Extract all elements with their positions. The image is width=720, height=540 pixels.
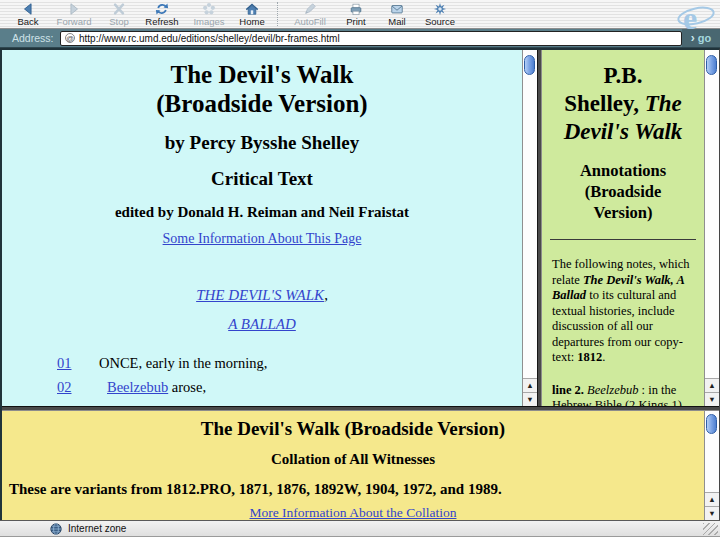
annotation-paragraph: line 2. Beelzebub : in the Hebrew Bible … [542,383,704,407]
annotations-frame-scrollbar[interactable]: ▲ ▼ [704,50,719,406]
toolbar-button-label: Print [346,16,366,27]
section-heading: Critical Text [2,168,522,190]
browser-toolbar: Back Forward Stop [0,0,720,29]
home-house-icon [244,2,260,16]
poem-title-link[interactable]: THE DEVIL'S WALK [196,287,324,303]
toolbar-button-label: Back [17,16,38,27]
info-page-link[interactable]: Some Information About This Page [163,231,362,246]
go-button[interactable]: › go [682,29,720,47]
go-chevron-icon: › [691,33,695,43]
toolbar-button-label: AutoFill [294,16,326,27]
poem-subtitle-link[interactable]: A BALLAD [228,316,296,332]
address-bar: Address: @ http://www.rc.umd.edu/edition… [0,29,720,48]
back-arrow-icon [20,2,36,16]
collation-frame-scrollbar[interactable]: ▲ ▼ [704,411,719,520]
forward-button: Forward [48,2,100,28]
byline: by Percy Bysshe Shelley [2,132,522,154]
beelzebub-link[interactable]: Beelzebub [107,379,168,395]
line-number-link[interactable]: 01 [57,355,72,371]
refresh-button[interactable]: Refresh [138,2,186,28]
editors-line: edited by Donald H. Reiman and Neil Frai… [2,204,522,221]
print-button[interactable]: Print [335,2,377,28]
collation-variants-line: These are variants from 1812.PRO, 1871, … [2,481,704,498]
status-bar: Internet zone [0,520,720,537]
toolbar-button-label: Home [239,16,264,27]
back-button[interactable]: Back [8,2,48,28]
address-label: Address: [12,32,58,44]
poem-lines: 01ONCE, early in the morning, 02Beelzebu… [2,351,522,399]
annotations-frame: P.B. Shelley, The Devil's Walk Annotatio… [542,50,719,406]
toolbar-button-label: Stop [109,16,129,27]
toolbar-button-label: Mail [388,16,405,27]
address-url: http://www.rc.umd.edu/editions/shelley/d… [79,33,340,44]
go-label: go [698,32,711,44]
internet-zone-globe-icon [50,523,62,535]
scroll-down-button[interactable]: ▼ [705,506,719,520]
poem-line: 02Beelzebub arose, [57,375,522,399]
collation-content: The Devil's Walk (Broadside Version) Col… [2,411,704,520]
main-frame-scrollbar[interactable]: ▲ ▼ [522,50,537,406]
annotations-subheader: Annotations (Broadside Version) [542,160,704,223]
critical-text-frame: The Devil's Walk (Broadside Version) by … [2,50,537,406]
annotation-paragraph: The following notes, which relate The De… [542,257,704,366]
scroll-down-button[interactable]: ▼ [705,392,719,406]
toolbar-button-label: Source [425,16,455,27]
scroll-up-button[interactable]: ▲ [523,378,537,392]
resize-grip[interactable] [703,523,718,535]
collation-frame: The Devil's Walk (Broadside Version) Col… [2,411,719,520]
images-button: Images [186,2,232,28]
page-title: The Devil's Walk (Broadside Version) [2,60,522,118]
collation-subtitle: Collation of All Witnesses [2,451,704,468]
toolbar-separator [277,2,278,26]
source-burst-icon [432,2,448,16]
annotations-header: P.B. Shelley, The Devil's Walk [542,62,704,146]
stop-button: Stop [100,2,138,28]
source-button[interactable]: Source [417,2,463,28]
status-zone-label: Internet zone [68,523,126,534]
autofill-button: AutoFill [285,2,335,28]
poem-line-text: ONCE, early in the morning, [99,355,267,371]
poem-title-suffix: , [324,287,328,303]
scroll-up-button[interactable]: ▲ [705,378,719,392]
page-at-icon: @ [65,33,75,43]
collation-title: The Devil's Walk (Broadside Version) [2,418,704,440]
scroll-down-button[interactable]: ▼ [523,392,537,406]
annotations-content: P.B. Shelley, The Devil's Walk Annotatio… [542,50,704,406]
toolbar-button-label: Images [193,16,224,27]
frameset: The Devil's Walk (Broadside Version) by … [0,48,720,520]
print-printer-icon [348,2,364,16]
images-flower-icon [201,2,217,16]
stop-x-icon [111,2,127,16]
mail-envelope-icon [389,2,405,16]
autofill-pen-icon [302,2,318,16]
scrollbar-thumb[interactable] [524,55,535,75]
refresh-arrows-icon [154,2,170,16]
poem-line: 01ONCE, early in the morning, [57,351,522,375]
browser-window: Back Forward Stop [0,0,720,540]
home-button[interactable]: Home [232,2,272,28]
poem-line-text: arose, [168,379,206,395]
divider-rule [550,239,696,240]
critical-text-content: The Devil's Walk (Broadside Version) by … [2,50,522,406]
address-input[interactable]: @ http://www.rc.umd.edu/editions/shelley… [60,31,682,46]
toolbar-button-label: Forward [57,16,92,27]
scrollbar-thumb[interactable] [706,414,717,434]
toolbar-button-label: Refresh [145,16,178,27]
collation-info-link[interactable]: More Information About the Collation [250,505,457,520]
forward-arrow-icon [66,2,82,16]
line-number-link[interactable]: 02 [57,379,72,395]
mail-button[interactable]: Mail [377,2,417,28]
scroll-up-button[interactable]: ▲ [705,492,719,506]
scrollbar-thumb[interactable] [706,55,717,75]
